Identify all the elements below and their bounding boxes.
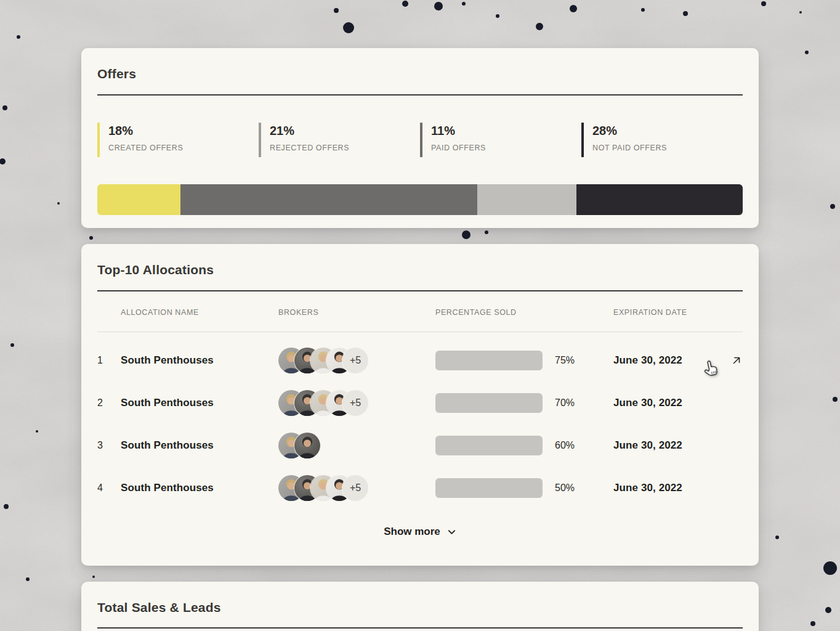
percentage-sold-bar [435,436,543,455]
extra-brokers-badge: +5 [342,390,368,416]
allocations-title: Top-10 Allocations [97,263,743,277]
percentage-sold-value: 50% [555,482,575,494]
paid-offers-segment [477,184,576,215]
expiration-date: June 30, 2022 [613,397,718,409]
percentage-sold-value: 70% [555,397,575,409]
broker-2-avatar [294,433,320,458]
offers-stat: 18%CREATED OFFERS [97,123,259,157]
stat-label: NOT PAID OFFERS [592,144,743,152]
row-index: 1 [97,355,121,366]
stat-value: 28% [592,123,743,137]
allocation-table-row[interactable]: 4 South Penthouses +5 50% June 30, 2022 [97,466,743,509]
allocation-name: South Penthouses [121,482,278,494]
allocation-table-row[interactable]: 1 South Penthouses +5 75% June 30, 2022 [97,339,743,381]
stat-label: PAID OFFERS [431,144,581,152]
stat-label: REJECTED OFFERS [270,144,420,152]
allocations-card: Top-10 Allocations ALLOCATION NAME BROKE… [81,244,759,566]
row-index: 2 [97,397,121,409]
stat-value: 21% [270,123,420,137]
column-header-percentage-sold: PERCENTAGE SOLD [435,308,613,317]
percentage-sold-bar [435,393,543,413]
allocation-name: South Penthouses [121,397,278,409]
offers-card: Offers 18%CREATED OFFERS21%REJECTED OFFE… [81,48,759,228]
offers-title: Offers [97,67,743,81]
brokers-avatar-group: +5 [278,390,435,416]
created-offers-segment [97,184,180,215]
column-header-brokers: BROKERS [278,308,435,317]
total-sales-card: Total Sales & Leads [81,582,759,631]
stat-value: 18% [108,123,259,137]
brokers-avatar-group: +5 [278,475,435,501]
allocations-divider [97,290,743,291]
chevron-down-icon [447,527,456,537]
show-more-button[interactable]: Show more [384,526,456,538]
stat-label: CREATED OFFERS [108,144,259,152]
allocations-table-header: ALLOCATION NAME BROKERS PERCENTAGE SOLD … [97,308,743,317]
percentage-sold-value: 60% [555,440,575,451]
expiration-date: June 30, 2022 [613,439,718,452]
allocation-name: South Penthouses [121,354,278,367]
expiration-date: June 30, 2022 [613,482,718,494]
header-divider [97,332,743,332]
percentage-sold-value: 75% [555,355,575,366]
allocations-table-body: 1 South Penthouses +5 75% June 30, 2022 … [97,339,743,509]
offers-stat: 11%PAID OFFERS [420,123,581,157]
percentage-sold-bar [435,351,543,370]
show-more-label: Show more [384,526,440,538]
percentage-sold-bar [435,478,543,498]
row-index: 3 [97,440,121,451]
offers-stat: 28%NOT PAID OFFERS [581,123,743,157]
not-paid-offers-segment [576,184,743,215]
allocation-table-row[interactable]: 3 South Penthouses 60% June 30, 2022 [97,424,743,466]
column-header-expiration-date: EXPIRATION DATE [613,308,718,317]
offers-divider [97,94,743,96]
column-header-allocation-name: ALLOCATION NAME [121,308,278,317]
allocation-name: South Penthouses [121,439,278,452]
offers-stat: 21%REJECTED OFFERS [259,123,420,157]
brokers-avatar-group [278,433,435,458]
extra-brokers-badge: +5 [342,348,368,373]
open-arrow-icon[interactable] [730,354,743,367]
allocation-table-row[interactable]: 2 South Penthouses +5 70% June 30, 2022 [97,381,743,424]
stat-value: 11% [431,123,581,137]
rejected-offers-segment [180,184,477,215]
offers-stats-row: 18%CREATED OFFERS21%REJECTED OFFERS11%PA… [97,123,743,157]
total-sales-divider [97,627,743,629]
offers-stacked-bar [97,184,743,215]
total-sales-title: Total Sales & Leads [97,600,743,615]
row-index: 4 [97,482,121,494]
brokers-avatar-group: +5 [278,348,435,373]
extra-brokers-badge: +5 [342,475,368,501]
